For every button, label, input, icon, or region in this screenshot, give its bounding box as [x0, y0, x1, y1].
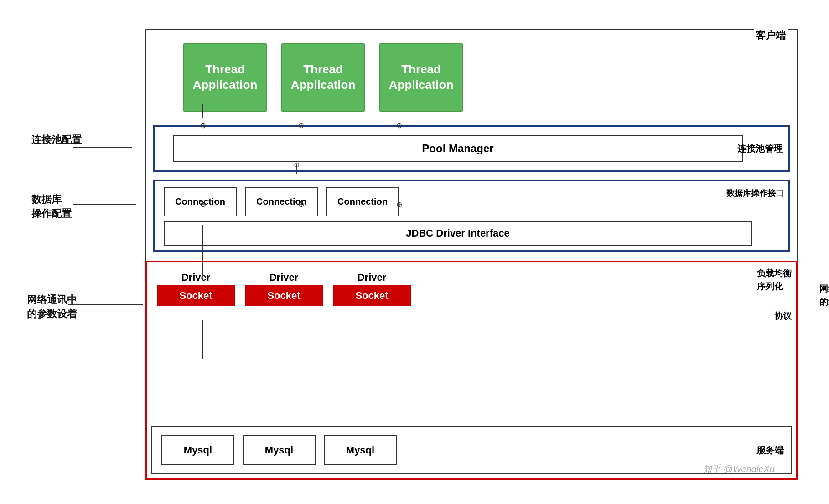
thread-app-2: ThreadApplication [281, 43, 365, 112]
plus-conn-1: ⊕ [200, 200, 206, 209]
conn-line-2 [301, 104, 301, 118]
mysql-section: Mysql Mysql Mysql 服务端 [151, 426, 792, 474]
diagram-wrapper: 连接池配置 数据库操作配置 网络通讯中的参数设着 客户端 ThreadAppli… [27, 20, 802, 484]
driver-socket-row: Driver Socket Driver Socket Driver Socke… [147, 262, 796, 313]
client-label: 客户端 [754, 29, 788, 42]
pool-config-label: 连接池配置 [31, 134, 82, 147]
mysql-3: Mysql [324, 435, 397, 465]
driver-socket-2: Driver Socket [244, 272, 324, 306]
anno-line-db [73, 204, 136, 205]
plus-2: ⊕ [298, 121, 304, 130]
conn-line-1 [202, 104, 203, 118]
conn-to-socket-1 [202, 225, 203, 277]
conn-to-socket-2 [301, 225, 301, 277]
pool-manage-label: 连接池管理 [737, 143, 783, 155]
plus-conn-2: ⊕ [298, 200, 304, 209]
db-interface-label: 数据库操作接口 [726, 188, 784, 199]
connection-3: Connection [326, 187, 399, 216]
main-area: 客户端 ThreadApplication ThreadApplication … [123, 20, 802, 484]
thread-apps: ThreadApplication ThreadApplication Thre… [183, 43, 463, 112]
driver-socket-1: Driver Socket [156, 272, 236, 306]
protocol-label: 协议 [774, 310, 792, 322]
anno-line-pool [73, 147, 132, 148]
conn-socket-mysql-2 [301, 320, 301, 359]
mysql-2: Mysql [243, 435, 316, 465]
conn-line-3 [399, 104, 399, 118]
attribution: 知乎 @WendleXu [703, 463, 775, 475]
conn-socket-mysql-1 [202, 320, 203, 359]
network-params-label: 网络通讯中的参数设着 [27, 293, 77, 321]
connection-row: Connection Connection Connection [164, 187, 752, 216]
plus-3: ⊕ [396, 121, 402, 130]
anno-line-net [68, 304, 143, 305]
plus-pool: ⊕ [294, 160, 300, 169]
socket-1: Socket [157, 285, 235, 306]
pool-manager-box: Pool Manager [173, 135, 743, 162]
network-io-label: 网络通讯的线程及IO模型 [819, 283, 829, 309]
connection-2: Connection [245, 187, 318, 216]
driver-socket-3: Driver Socket [332, 272, 412, 306]
pool-manager-section: Pool Manager 连接池管理 [153, 125, 790, 172]
load-balance-label: 负载均衡序列化 [757, 267, 792, 293]
plus-1: ⊕ [200, 121, 206, 130]
conn-socket-mysql-3 [399, 320, 399, 359]
server-label: 服务端 [756, 444, 784, 456]
mysql-1: Mysql [161, 435, 234, 465]
network-box: Driver Socket Driver Socket Driver Socke… [145, 261, 798, 480]
thread-app-1: ThreadApplication [183, 43, 267, 112]
db-section: Connection Connection Connection JDBC Dr… [153, 180, 790, 252]
jdbc-box: JDBC Driver Interface [164, 221, 752, 246]
conn-to-socket-3 [399, 225, 399, 277]
left-labels: 连接池配置 数据库操作配置 网络通讯中的参数设着 [27, 20, 118, 484]
socket-3: Socket [333, 285, 411, 306]
thread-app-3: ThreadApplication [379, 43, 463, 112]
db-config-label: 数据库操作配置 [31, 193, 72, 221]
plus-conn-3: ⊕ [396, 200, 402, 209]
socket-2: Socket [245, 285, 323, 306]
